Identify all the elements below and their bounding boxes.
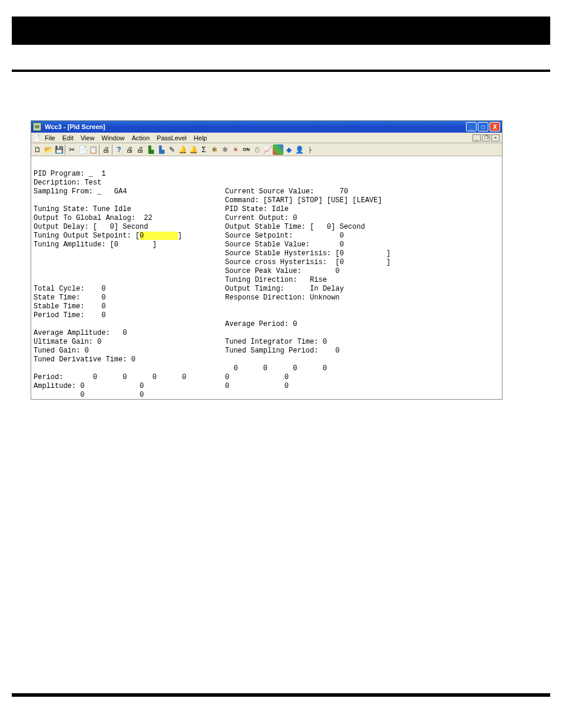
page-divider-top: [12, 70, 550, 72]
tuning-state-label: Tuning State: Tune Idle: [34, 205, 131, 213]
print-icon[interactable]: 🖨: [101, 144, 111, 155]
pid-program-label: PID Program: _ 1: [34, 170, 105, 178]
tool-icon[interactable]: ⎙: [252, 144, 262, 155]
toolbar: 🗋 📂 💾 ✂ 📄 📋 🖨 ? 🖨 🖨 ▙ ▙ ✎ 🔔 🔔 Σ ✱ ✱ ✴ ON…: [31, 143, 502, 156]
source-peak-value-label: Source Peak Value: 0: [225, 267, 339, 275]
mdi-restore-button[interactable]: ❐: [482, 134, 490, 141]
amplitude-row-extra: 0 0: [34, 391, 144, 399]
tuned-integrator-time-label: Tuned Integrator Time: 0: [225, 338, 327, 346]
state-time-label: State Time: 0: [34, 294, 105, 302]
tuning-output-setpoint-input[interactable]: 0: [140, 232, 178, 240]
document-icon: 📄: [32, 134, 41, 142]
average-amplitude-label: Average Amplitude: 0: [34, 329, 127, 337]
tuned-gain-label: Tuned Gain: 0: [34, 347, 89, 355]
average-period-label: Average Period: 0: [225, 320, 297, 328]
curve-icon[interactable]: ✎: [167, 144, 177, 155]
menu-file[interactable]: File: [42, 134, 58, 141]
menu-view[interactable]: View: [78, 134, 98, 141]
menu-bar: 📄 File Edit View Window Action PassLevel…: [31, 133, 502, 143]
gear-icon[interactable]: ✴: [230, 144, 241, 155]
person-icon[interactable]: 👤: [294, 144, 305, 155]
bell-icon[interactable]: 🔔: [188, 144, 199, 155]
tuning-setpoint-post: ]: [178, 232, 182, 240]
tuning-setpoint-pre: Tuning Output Setpoint: [: [34, 232, 140, 240]
palette-icon[interactable]: [273, 144, 283, 155]
mdi-close-button[interactable]: ×: [491, 134, 500, 141]
star-icon[interactable]: ✱: [220, 144, 230, 155]
pid-state-label: PID State: Idle: [225, 205, 289, 213]
sampling-from-label: Sampling From: _ GA4: [34, 187, 127, 196]
source-stable-hysterisis-label[interactable]: Source Stable Hysterisis: [0 ]: [225, 249, 391, 258]
tuned-sampling-period-label: Tuned Sampling Period: 0: [225, 347, 339, 355]
menu-window[interactable]: Window: [98, 134, 127, 141]
period-time-label: Period Time: 0: [34, 311, 105, 319]
bell-icon[interactable]: 🔔: [177, 144, 188, 155]
save-icon[interactable]: 💾: [54, 144, 64, 155]
chart-icon[interactable]: 📈: [262, 144, 273, 155]
source-stable-value-label: Source Stable Value: 0: [225, 241, 344, 249]
window-controls: _ □ X: [466, 122, 500, 131]
diamond-icon[interactable]: ◆: [283, 144, 294, 155]
new-icon[interactable]: 🗋: [32, 144, 43, 155]
description-label: Decription: Test: [34, 179, 101, 187]
help-icon[interactable]: ?: [114, 144, 124, 155]
print3-icon[interactable]: 🖨: [135, 144, 146, 155]
maximize-button[interactable]: □: [478, 122, 488, 131]
menu-action[interactable]: Action: [128, 134, 153, 141]
tuning-direction-label: Tuning Direction: Rise: [225, 276, 327, 284]
page-header-blackbox: [12, 17, 550, 45]
copy-icon[interactable]: 📄: [77, 144, 88, 155]
toolbar-separator: [99, 144, 100, 155]
toolbar-separator: [65, 144, 66, 155]
current-source-value-label: Current Source Value: 70: [225, 187, 348, 196]
on-icon[interactable]: ON: [241, 144, 252, 155]
sigma-icon[interactable]: Σ: [199, 144, 209, 155]
app-icon: W: [33, 123, 41, 131]
cut-icon[interactable]: ✂: [67, 144, 77, 155]
stable-time-label: Stable Time: 0: [34, 302, 105, 311]
tool-icon[interactable]: ▙: [146, 144, 156, 155]
close-button[interactable]: X: [490, 122, 500, 131]
ultimate-gain-label: Ultimate Gain: 0: [34, 338, 101, 346]
output-delay-label: Output Delay: [ 0] Second: [34, 223, 148, 231]
command-row[interactable]: Command: [START] [STOP] [USE] [LEAVE]: [225, 196, 382, 205]
tuned-derivative-time-label: Tuned Derivative Time: 0: [34, 355, 135, 364]
menu-passlevel[interactable]: PassLevel: [154, 134, 190, 141]
total-cycle-label: Total Cycle: 0: [34, 285, 105, 293]
mdi-controls: _ ❐ ×: [472, 134, 501, 141]
period-row-right: 0 0 0 0: [225, 364, 327, 373]
tuning-amplitude-label[interactable]: Tuning Amplitude: [0 ]: [34, 241, 157, 249]
output-timing-label: Output Timing: In Delay: [225, 285, 344, 293]
source-cross-hysterisis-label[interactable]: Source cross Hysterisis: [0 ]: [225, 258, 391, 266]
output-global-analog-label: Output To Global Analog: 22: [34, 214, 153, 222]
amplitude-row-extra-right: 0 0: [225, 382, 289, 390]
title-bar: W Wcc3 - [Pid Screen] _ □ X: [31, 121, 502, 133]
window-title: Wcc3 - [Pid Screen]: [45, 123, 105, 130]
menu-edit[interactable]: Edit: [59, 134, 77, 141]
period-row: Period: 0 0 0 0: [34, 373, 186, 381]
toolbar-separator: [112, 144, 113, 155]
current-output-label: Current Output: 0: [225, 214, 297, 222]
output-stable-time-label: Output Stable Time: [ 0] Second: [225, 223, 365, 231]
source-setpoint-label: Source Setpoint: 0: [225, 232, 344, 240]
amplitude-row-right: 0 0: [225, 373, 289, 381]
open-icon[interactable]: 📂: [43, 144, 54, 155]
paste-icon[interactable]: 📋: [88, 144, 98, 155]
response-direction-label: Response Direction: Unknown: [225, 294, 339, 302]
app-window: W Wcc3 - [Pid Screen] _ □ X 📄 File Edit …: [31, 120, 503, 400]
amplitude-row: Amplitude: 0 0: [34, 382, 144, 390]
tree-icon[interactable]: ├: [305, 144, 315, 155]
menu-help[interactable]: Help: [191, 134, 210, 141]
pid-screen-content: PID Program: _ 1 Decription: Test Sampli…: [31, 156, 502, 399]
tool-icon[interactable]: ▙: [156, 144, 167, 155]
minimize-button[interactable]: _: [466, 122, 477, 131]
print2-icon[interactable]: 🖨: [124, 144, 135, 155]
star-icon[interactable]: ✱: [209, 144, 220, 155]
page-divider-bottom: [12, 693, 550, 697]
mdi-minimize-button[interactable]: _: [472, 134, 481, 141]
